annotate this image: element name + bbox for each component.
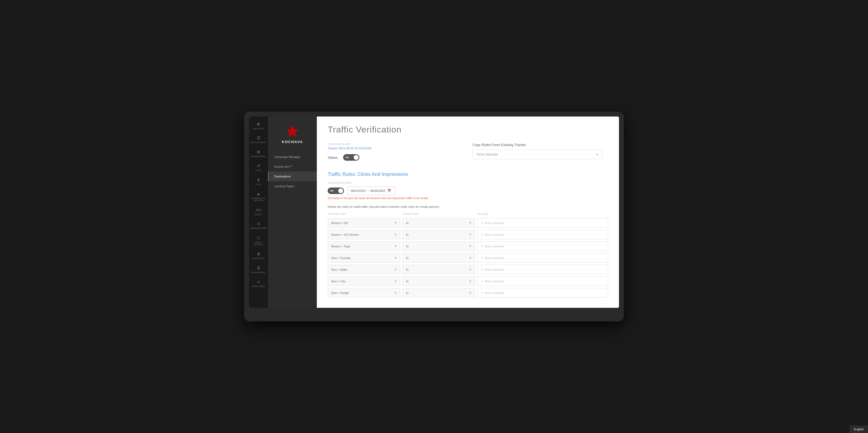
- tracker-name-label: Tracker Name: [328, 143, 462, 145]
- toggle-on-label: ON: [345, 156, 349, 159]
- tracker-name-link[interactable]: Tracker 2021-06-02 09.26.04.561: [328, 146, 372, 150]
- property-select-5[interactable]: Geo > City ▼: [328, 276, 400, 286]
- fraud-label: Fraud Console: [250, 241, 267, 246]
- kochava-logo-star: [286, 125, 299, 138]
- value-field-0[interactable]: + None Selected: [477, 218, 608, 228]
- nav-items: Campaign Manager SmartLinks™ Destination…: [268, 152, 317, 191]
- property-select-1[interactable]: Device > OS Version ▼: [328, 230, 400, 239]
- sidebar-item-subscriptions[interactable]: ⊙ Subscriptions: [249, 219, 268, 232]
- nav-item-smartlinks[interactable]: SmartLinks™: [268, 162, 317, 171]
- tracker-name-section: Tracker Name Tracker 2021-06-02 09.26.04…: [328, 143, 462, 150]
- validate-toggle[interactable]: ON: [328, 188, 344, 194]
- left-column: Tracker Name Tracker 2021-06-02 09.26.04…: [328, 143, 462, 166]
- apps-assets-label: Apps & Assets: [251, 141, 267, 144]
- query-label: Query: [255, 213, 262, 216]
- copy-rules-placeholder: None Selected: [476, 153, 498, 156]
- condition-select-6[interactable]: In ▼: [403, 288, 475, 298]
- value-field-1[interactable]: + None Selected: [477, 230, 608, 239]
- date-warning-text: End dates in the past will cause all rec…: [328, 197, 608, 200]
- condition-select-5[interactable]: In ▼: [403, 276, 475, 286]
- table-row: Device > Type ▼ In ▼ + None Selected: [328, 241, 608, 251]
- plus-icon: +: [481, 279, 483, 283]
- query-icon: </>: [256, 207, 261, 213]
- header-condition: Condition: [403, 213, 475, 216]
- validate-dates-section: Validate Dates ON 06/01/2022 → 06/30/202…: [328, 181, 608, 200]
- chevron-down-icon: ▼: [394, 280, 397, 282]
- property-select-2[interactable]: Device > Type ▼: [328, 241, 400, 251]
- sidebar-item-integrations[interactable]: ⚙ Integrations: [249, 147, 268, 160]
- sidebar-item-fraud[interactable]: ☐ Fraud Console: [249, 233, 268, 248]
- sidebar-item-cost[interactable]: $ Cost: [249, 175, 268, 188]
- sidebar-item-query[interactable]: </> Query: [249, 205, 268, 218]
- chevron-down-icon: ▼: [469, 233, 472, 236]
- logo-area: KOCHAVA: [282, 122, 303, 149]
- value-field-3[interactable]: + None Selected: [477, 253, 608, 263]
- copy-rules-section: Copy Rules From Existing Tracker None Se…: [472, 143, 608, 159]
- links-icon: ↺: [256, 163, 261, 169]
- nav-item-campaign-manager[interactable]: Campaign Manager: [268, 152, 317, 162]
- analytics-icon: ⊞: [256, 122, 261, 127]
- analytics-label: Analytics: [253, 128, 264, 130]
- status-section: Status ON: [328, 154, 462, 161]
- value-field-2[interactable]: + None Selected: [477, 241, 608, 251]
- condition-select-0[interactable]: In ▼: [403, 218, 475, 228]
- sidebar-item-audiences[interactable]: ▲ Audiences & Reports: [249, 189, 268, 204]
- subscriptions-icon: ⊙: [256, 221, 261, 227]
- condition-select-1[interactable]: In ▼: [403, 230, 475, 239]
- value-field-5[interactable]: + None Selected: [477, 276, 608, 286]
- sidebar-item-engagement[interactable]: ☰ Engagement: [249, 263, 268, 276]
- table-row: Geo > Country ▼ In ▼ + None Selected: [328, 253, 608, 263]
- integrations-icon: ⚙: [256, 149, 261, 155]
- svg-marker-0: [286, 125, 299, 137]
- sidebar-item-collective[interactable]: ⚙ Collective: [249, 249, 268, 262]
- property-select-0[interactable]: Device > OS ▼: [328, 218, 400, 228]
- apps-assets-icon: ☰: [256, 135, 261, 141]
- nav-item-destinations[interactable]: Destinations: [268, 171, 317, 181]
- engagement-icon: ☰: [256, 265, 261, 271]
- chevron-down-icon: ▼: [469, 245, 472, 248]
- copy-rules-dropdown[interactable]: None Selected ▼: [472, 149, 603, 159]
- chevron-down-icon: ▼: [469, 221, 472, 224]
- condition-select-4[interactable]: In ▼: [403, 265, 475, 274]
- top-section: Tracker Name Tracker 2021-06-02 09.26.04…: [328, 143, 608, 166]
- validate-dates-label: Validate Dates: [328, 181, 608, 184]
- plus-icon: +: [481, 256, 483, 260]
- nav-item-landing-pages[interactable]: Landing Pages: [268, 181, 317, 191]
- table-row: Device > OS ▼ In ▼ + None Selected: [328, 218, 608, 228]
- date-range-input[interactable]: 06/01/2022 → 06/30/2022 📅: [347, 187, 395, 195]
- value-field-4[interactable]: + None Selected: [477, 265, 608, 274]
- condition-select-2[interactable]: In ▼: [403, 241, 475, 251]
- header-properties: Properties: [328, 213, 400, 216]
- plus-icon: +: [481, 232, 483, 237]
- sidebar-item-media-index[interactable]: ≡ Media Index: [249, 277, 268, 290]
- sidebar-item-apps-assets[interactable]: ☰ Apps & Assets: [249, 133, 268, 146]
- links-label: Links: [255, 169, 261, 171]
- integrations-label: Integrations: [251, 156, 266, 158]
- chevron-down-icon: ▼: [469, 291, 472, 294]
- chevron-down-icon: ▼: [469, 268, 472, 271]
- property-select-4[interactable]: Geo > State ▼: [328, 265, 400, 274]
- status-toggle[interactable]: ON: [343, 154, 360, 161]
- cost-icon: $: [256, 177, 261, 182]
- validate-toggle-circle: [338, 188, 343, 193]
- chevron-down-icon: ▼: [394, 233, 397, 236]
- sidebar-item-analytics[interactable]: ⊞ Analytics: [249, 119, 268, 132]
- calendar-icon: 📅: [388, 189, 392, 193]
- property-select-6[interactable]: Geo > Postal ▼: [328, 288, 400, 298]
- chevron-down-icon: ▼: [394, 291, 397, 294]
- audiences-icon: ▲: [256, 191, 261, 196]
- subscriptions-label: Subscriptions: [250, 227, 267, 230]
- fraud-icon: ☐: [256, 235, 261, 241]
- sidebar-item-links[interactable]: ↺ Links: [249, 161, 268, 174]
- value-field-6[interactable]: + None Selected: [477, 288, 608, 298]
- date-row: ON 06/01/2022 → 06/30/2022 📅: [328, 187, 608, 195]
- collective-label: Collective: [252, 258, 265, 260]
- language-selector[interactable]: English: [849, 425, 868, 433]
- condition-select-3[interactable]: In ▼: [403, 253, 475, 263]
- cost-label: Cost: [256, 184, 261, 186]
- toggle-circle: [354, 155, 359, 160]
- rules-header: Properties Condition Values: [328, 213, 608, 216]
- chevron-down-icon: ▼: [394, 256, 397, 259]
- property-select-3[interactable]: Geo > Country ▼: [328, 253, 400, 263]
- collective-icon: ⚙: [256, 251, 261, 257]
